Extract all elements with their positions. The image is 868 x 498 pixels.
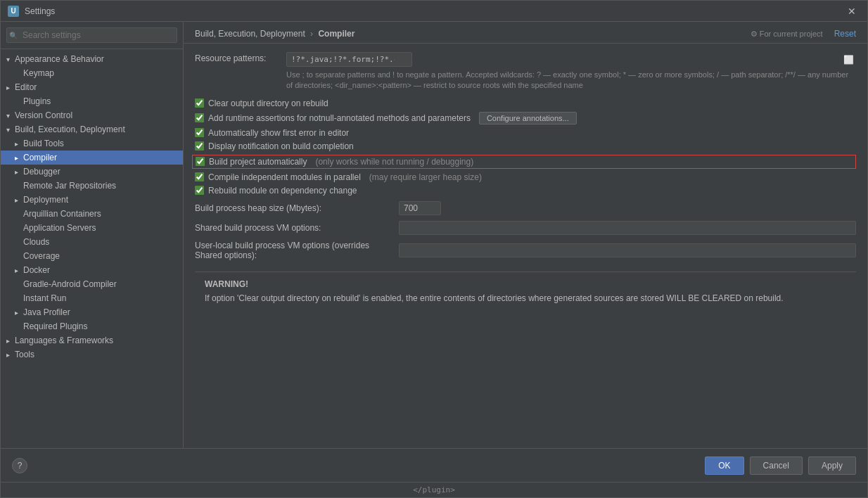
- sidebar-item-editor[interactable]: Editor: [1, 80, 183, 94]
- content-body: Resource patterns: ⬜ Use ; to separate p…: [184, 44, 867, 448]
- resource-patterns-input[interactable]: [286, 52, 412, 67]
- window-title: Settings: [25, 6, 843, 16]
- resource-input-wrap: ⬜: [286, 52, 856, 67]
- sidebar-item-label: Arquillian Containers: [23, 209, 177, 219]
- sidebar-item-label: Keymap: [23, 68, 177, 78]
- sidebar-item-deployment[interactable]: Deployment: [1, 193, 183, 207]
- clear-output-checkbox[interactable]: [195, 98, 204, 108]
- runtime-assertions-row: Add runtime assertions for notnull-annot…: [195, 112, 856, 124]
- sidebar-item-label: Version Control: [15, 110, 177, 120]
- sidebar-item-label: Gradle-Android Compiler: [23, 279, 177, 289]
- footer-left: ?: [12, 458, 27, 473]
- sidebar-item-coverage[interactable]: Coverage: [1, 249, 183, 263]
- sidebar-item-instant-run[interactable]: Instant Run: [1, 291, 183, 305]
- sidebar-item-arquillian-containers[interactable]: Arquillian Containers: [1, 207, 183, 221]
- runtime-assertions-checkbox[interactable]: [195, 113, 204, 122]
- sidebar-item-plugins[interactable]: Plugins: [1, 94, 183, 108]
- sidebar-item-label: Appearance & Behavior: [15, 54, 177, 64]
- sidebar-item-compiler[interactable]: Compiler: [1, 151, 183, 165]
- expand-arrow: [6, 351, 15, 359]
- resource-patterns-row: Resource patterns: ⬜: [195, 52, 856, 67]
- heap-size-row: Build process heap size (Mbytes):: [195, 201, 856, 215]
- sidebar-item-label: Plugins: [23, 96, 177, 106]
- breadcrumb-current: Compiler: [318, 29, 355, 39]
- sidebar-item-version-control[interactable]: Version Control: [1, 108, 183, 122]
- compile-modules-checkbox[interactable]: [195, 172, 204, 181]
- cancel-button[interactable]: Cancel: [750, 456, 803, 475]
- display-notification-label[interactable]: Display notification on build completion: [208, 141, 354, 151]
- content-panel: Build, Execution, Deployment › Compiler …: [184, 22, 867, 448]
- footer-right: OK Cancel Apply: [705, 456, 856, 475]
- sidebar-item-docker[interactable]: Docker: [1, 263, 183, 277]
- expand-arrow: [15, 154, 23, 162]
- sidebar-item-tools[interactable]: Tools: [1, 347, 183, 362]
- sidebar-item-clouds[interactable]: Clouds: [1, 235, 183, 249]
- user-vm-label: User-local build process VM options (ove…: [195, 241, 399, 260]
- sidebar-item-label: Remote Jar Repositories: [23, 181, 177, 191]
- expand-arrow: [15, 140, 23, 148]
- sidebar-item-label: Coverage: [23, 251, 177, 261]
- breadcrumb-separator: ›: [310, 29, 313, 39]
- sidebar-item-build-execution-deployment[interactable]: Build, Execution, Deployment: [1, 122, 183, 136]
- rebuild-module-checkbox[interactable]: [195, 186, 204, 195]
- compile-modules-label[interactable]: Compile independent modules in parallel: [208, 172, 361, 182]
- ok-button[interactable]: OK: [705, 456, 743, 475]
- display-notification-checkbox[interactable]: [195, 141, 204, 151]
- search-bar: [1, 22, 183, 49]
- for-current-project-label: ⚙ For current project: [751, 30, 823, 39]
- build-automatically-label[interactable]: Build project automatically: [209, 157, 307, 167]
- show-first-error-row: Automatically show first error in editor: [195, 128, 856, 138]
- sidebar-item-application-servers[interactable]: Application Servers: [1, 221, 183, 235]
- sidebar-item-build-tools[interactable]: Build Tools: [1, 136, 183, 151]
- content-header: Build, Execution, Deployment › Compiler …: [184, 22, 867, 44]
- sidebar-item-gradle-android-compiler[interactable]: Gradle-Android Compiler: [1, 277, 183, 291]
- expand-arrow: [15, 168, 23, 176]
- settings-window: U Settings ✕ Appearance & Behavior: [0, 0, 868, 498]
- expand-arrow: [6, 56, 15, 63]
- warning-text: If option 'Clear output directory on reb…: [205, 292, 846, 305]
- search-wrap: [6, 27, 177, 43]
- xml-footer: </plugin>: [1, 482, 867, 497]
- help-button[interactable]: ?: [12, 458, 27, 473]
- shared-vm-row: Shared build process VM options:: [195, 221, 856, 235]
- sidebar-item-label: Build, Execution, Deployment: [15, 124, 177, 134]
- build-automatically-note: (only works while not running / debuggin…: [315, 157, 473, 167]
- sidebar-item-debugger[interactable]: Debugger: [1, 165, 183, 179]
- clear-output-label[interactable]: Clear output directory on rebuild: [208, 98, 328, 108]
- sidebar-item-remote-jar-repositories[interactable]: Remote Jar Repositories: [1, 179, 183, 193]
- user-vm-input[interactable]: [399, 243, 856, 257]
- show-first-error-checkbox[interactable]: [195, 128, 204, 137]
- sidebar-item-languages-frameworks[interactable]: Languages & Frameworks: [1, 333, 183, 347]
- runtime-assertions-label[interactable]: Add runtime assertions for notnull-annot…: [208, 113, 471, 123]
- close-button[interactable]: ✕: [843, 4, 860, 18]
- sidebar-item-keymap[interactable]: Keymap: [1, 66, 183, 80]
- display-notification-row: Display notification on build completion: [195, 141, 856, 151]
- shared-vm-input[interactable]: [399, 221, 856, 235]
- sidebar-item-label: Languages & Frameworks: [15, 336, 177, 345]
- apply-button[interactable]: Apply: [808, 456, 856, 475]
- expand-button[interactable]: ⬜: [842, 53, 855, 66]
- sidebar: Appearance & Behavior Keymap Editor Plug…: [1, 22, 184, 448]
- sidebar-item-label: Debugger: [23, 167, 177, 177]
- rebuild-module-label[interactable]: Rebuild module on dependency change: [208, 186, 357, 196]
- sidebar-item-appearance-behavior[interactable]: Appearance & Behavior: [1, 52, 183, 66]
- warning-box: WARNING! If option 'Clear output directo…: [195, 272, 856, 312]
- expand-arrow: [6, 112, 15, 120]
- expand-arrow: [6, 84, 15, 91]
- sidebar-item-label: Build Tools: [23, 139, 177, 148]
- search-input[interactable]: [6, 27, 177, 43]
- show-first-error-label[interactable]: Automatically show first error in editor: [208, 128, 349, 138]
- reset-link[interactable]: Reset: [834, 29, 856, 39]
- build-automatically-checkbox[interactable]: [196, 157, 205, 166]
- sidebar-item-java-profiler[interactable]: Java Profiler: [1, 305, 183, 319]
- sidebar-item-required-plugins[interactable]: Required Plugins: [1, 319, 183, 333]
- compile-modules-row: Compile independent modules in parallel …: [195, 172, 856, 182]
- expand-arrow: [6, 337, 15, 345]
- titlebar: U Settings ✕: [1, 1, 867, 22]
- heap-size-label: Build process heap size (Mbytes):: [195, 203, 399, 213]
- breadcrumb: Build, Execution, Deployment › Compiler: [195, 29, 355, 39]
- configure-annotations-button[interactable]: Configure annotations...: [479, 112, 577, 124]
- sidebar-item-label: Required Plugins: [23, 321, 177, 331]
- sidebar-item-label: Java Profiler: [23, 307, 177, 317]
- heap-size-input[interactable]: [399, 201, 441, 215]
